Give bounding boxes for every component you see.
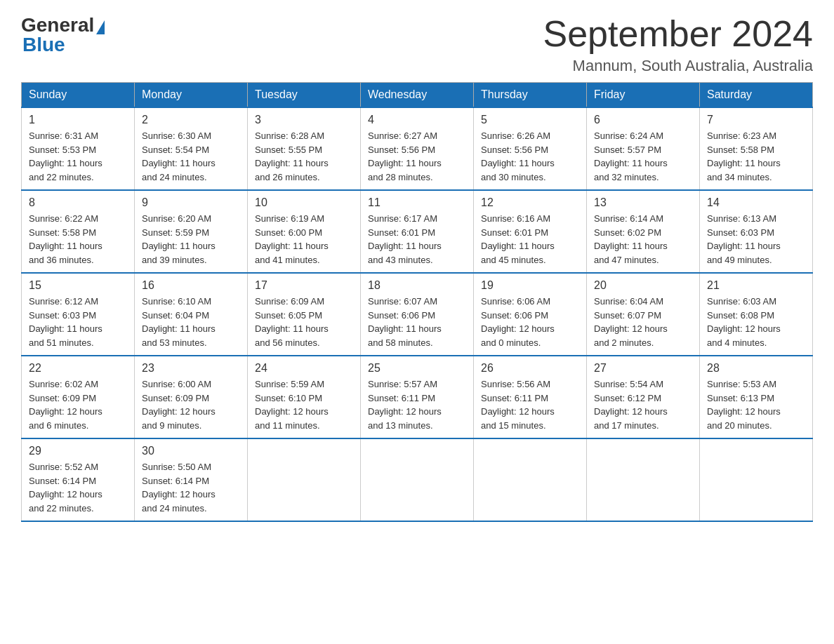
day-number: 30	[142, 445, 240, 457]
calendar-cell: 14Sunrise: 6:13 AM Sunset: 6:03 PM Dayli…	[700, 190, 813, 273]
day-info: Sunrise: 6:03 AM Sunset: 6:08 PM Dayligh…	[707, 295, 805, 349]
day-number: 22	[29, 362, 127, 375]
day-info: Sunrise: 6:13 AM Sunset: 6:03 PM Dayligh…	[707, 212, 805, 267]
day-number: 24	[255, 362, 353, 375]
calendar-cell: 15Sunrise: 6:12 AM Sunset: 6:03 PM Dayli…	[22, 273, 135, 356]
logo: General Blue	[21, 14, 105, 56]
title-section: September 2024 Mannum, South Australia, …	[543, 14, 814, 75]
day-info: Sunrise: 5:52 AM Sunset: 6:14 PM Dayligh…	[29, 460, 127, 515]
day-number: 2	[142, 114, 240, 126]
day-number: 3	[255, 114, 353, 126]
calendar-header-friday: Friday	[587, 83, 700, 108]
calendar-cell: 24Sunrise: 5:59 AM Sunset: 6:10 PM Dayli…	[248, 356, 361, 438]
calendar-cell: 6Sunrise: 6:24 AM Sunset: 5:57 PM Daylig…	[587, 107, 700, 190]
calendar-header-wednesday: Wednesday	[361, 83, 474, 108]
day-number: 7	[707, 114, 805, 126]
day-info: Sunrise: 6:00 AM Sunset: 6:09 PM Dayligh…	[142, 377, 240, 432]
calendar-cell: 20Sunrise: 6:04 AM Sunset: 6:07 PM Dayli…	[587, 273, 700, 356]
day-info: Sunrise: 6:16 AM Sunset: 6:01 PM Dayligh…	[481, 212, 579, 267]
calendar-cell	[474, 438, 587, 521]
day-info: Sunrise: 6:02 AM Sunset: 6:09 PM Dayligh…	[29, 377, 127, 432]
day-info: Sunrise: 5:56 AM Sunset: 6:11 PM Dayligh…	[481, 377, 579, 432]
day-info: Sunrise: 6:07 AM Sunset: 6:06 PM Dayligh…	[368, 295, 466, 349]
calendar-cell: 26Sunrise: 5:56 AM Sunset: 6:11 PM Dayli…	[474, 356, 587, 438]
calendar-cell: 30Sunrise: 5:50 AM Sunset: 6:14 PM Dayli…	[135, 438, 248, 521]
calendar-week-row-5: 29Sunrise: 5:52 AM Sunset: 6:14 PM Dayli…	[22, 438, 813, 521]
calendar-cell: 1Sunrise: 6:31 AM Sunset: 5:53 PM Daylig…	[22, 107, 135, 190]
calendar-cell: 19Sunrise: 6:06 AM Sunset: 6:06 PM Dayli…	[474, 273, 587, 356]
calendar-week-row-1: 1Sunrise: 6:31 AM Sunset: 5:53 PM Daylig…	[22, 107, 813, 190]
day-number: 11	[368, 196, 466, 209]
calendar-cell: 21Sunrise: 6:03 AM Sunset: 6:08 PM Dayli…	[700, 273, 813, 356]
day-number: 18	[368, 279, 466, 292]
day-info: Sunrise: 6:06 AM Sunset: 6:06 PM Dayligh…	[481, 295, 579, 349]
calendar-cell: 5Sunrise: 6:26 AM Sunset: 5:56 PM Daylig…	[474, 107, 587, 190]
logo-triangle-icon	[96, 20, 105, 34]
calendar-header-tuesday: Tuesday	[248, 83, 361, 108]
day-info: Sunrise: 6:09 AM Sunset: 6:05 PM Dayligh…	[255, 295, 353, 349]
calendar-header-saturday: Saturday	[700, 83, 813, 108]
day-info: Sunrise: 6:19 AM Sunset: 6:00 PM Dayligh…	[255, 212, 353, 267]
calendar-cell: 22Sunrise: 6:02 AM Sunset: 6:09 PM Dayli…	[22, 356, 135, 438]
day-info: Sunrise: 6:12 AM Sunset: 6:03 PM Dayligh…	[29, 295, 127, 349]
day-number: 14	[707, 196, 805, 209]
calendar-header-thursday: Thursday	[474, 83, 587, 108]
day-info: Sunrise: 6:27 AM Sunset: 5:56 PM Dayligh…	[368, 129, 466, 184]
day-info: Sunrise: 5:50 AM Sunset: 6:14 PM Dayligh…	[142, 460, 240, 515]
calendar-week-row-2: 8Sunrise: 6:22 AM Sunset: 5:58 PM Daylig…	[22, 190, 813, 273]
day-info: Sunrise: 5:57 AM Sunset: 6:11 PM Dayligh…	[368, 377, 466, 432]
day-number: 25	[368, 362, 466, 375]
day-info: Sunrise: 6:20 AM Sunset: 5:59 PM Dayligh…	[142, 212, 240, 267]
day-number: 29	[29, 445, 127, 457]
day-number: 20	[594, 279, 692, 292]
calendar-cell	[248, 438, 361, 521]
day-number: 21	[707, 279, 805, 292]
calendar-cell: 23Sunrise: 6:00 AM Sunset: 6:09 PM Dayli…	[135, 356, 248, 438]
calendar-header-monday: Monday	[135, 83, 248, 108]
day-number: 17	[255, 279, 353, 292]
day-number: 13	[594, 196, 692, 209]
month-title: September 2024	[543, 14, 814, 54]
day-info: Sunrise: 6:14 AM Sunset: 6:02 PM Dayligh…	[594, 212, 692, 267]
calendar-cell: 12Sunrise: 6:16 AM Sunset: 6:01 PM Dayli…	[474, 190, 587, 273]
calendar-cell: 2Sunrise: 6:30 AM Sunset: 5:54 PM Daylig…	[135, 107, 248, 190]
calendar-week-row-3: 15Sunrise: 6:12 AM Sunset: 6:03 PM Dayli…	[22, 273, 813, 356]
day-number: 6	[594, 114, 692, 126]
calendar-cell: 10Sunrise: 6:19 AM Sunset: 6:00 PM Dayli…	[248, 190, 361, 273]
day-info: Sunrise: 6:17 AM Sunset: 6:01 PM Dayligh…	[368, 212, 466, 267]
calendar-cell: 27Sunrise: 5:54 AM Sunset: 6:12 PM Dayli…	[587, 356, 700, 438]
day-number: 26	[481, 362, 579, 375]
day-number: 5	[481, 114, 579, 126]
day-number: 8	[29, 196, 127, 209]
day-info: Sunrise: 5:54 AM Sunset: 6:12 PM Dayligh…	[594, 377, 692, 432]
day-info: Sunrise: 5:59 AM Sunset: 6:10 PM Dayligh…	[255, 377, 353, 432]
calendar-cell: 3Sunrise: 6:28 AM Sunset: 5:55 PM Daylig…	[248, 107, 361, 190]
calendar-cell: 13Sunrise: 6:14 AM Sunset: 6:02 PM Dayli…	[587, 190, 700, 273]
day-info: Sunrise: 6:04 AM Sunset: 6:07 PM Dayligh…	[594, 295, 692, 349]
location: Mannum, South Australia, Australia	[543, 57, 814, 75]
day-number: 1	[29, 114, 127, 126]
calendar-cell: 29Sunrise: 5:52 AM Sunset: 6:14 PM Dayli…	[22, 438, 135, 521]
calendar-cell: 7Sunrise: 6:23 AM Sunset: 5:58 PM Daylig…	[700, 107, 813, 190]
day-info: Sunrise: 5:53 AM Sunset: 6:13 PM Dayligh…	[707, 377, 805, 432]
page-header: General Blue September 2024 Mannum, Sout…	[21, 14, 813, 75]
day-number: 28	[707, 362, 805, 375]
calendar-cell	[700, 438, 813, 521]
day-number: 19	[481, 279, 579, 292]
day-number: 12	[481, 196, 579, 209]
day-number: 10	[255, 196, 353, 209]
calendar-header-row: SundayMondayTuesdayWednesdayThursdayFrid…	[22, 83, 813, 108]
calendar-cell: 4Sunrise: 6:27 AM Sunset: 5:56 PM Daylig…	[361, 107, 474, 190]
day-number: 27	[594, 362, 692, 375]
calendar-cell: 28Sunrise: 5:53 AM Sunset: 6:13 PM Dayli…	[700, 356, 813, 438]
calendar-table: SundayMondayTuesdayWednesdayThursdayFrid…	[21, 82, 813, 522]
calendar-cell: 8Sunrise: 6:22 AM Sunset: 5:58 PM Daylig…	[22, 190, 135, 273]
calendar-cell: 16Sunrise: 6:10 AM Sunset: 6:04 PM Dayli…	[135, 273, 248, 356]
day-number: 9	[142, 196, 240, 209]
logo-blue-text: Blue	[22, 34, 65, 56]
calendar-header-sunday: Sunday	[22, 83, 135, 108]
day-info: Sunrise: 6:31 AM Sunset: 5:53 PM Dayligh…	[29, 129, 127, 184]
calendar-week-row-4: 22Sunrise: 6:02 AM Sunset: 6:09 PM Dayli…	[22, 356, 813, 438]
day-info: Sunrise: 6:10 AM Sunset: 6:04 PM Dayligh…	[142, 295, 240, 349]
day-info: Sunrise: 6:22 AM Sunset: 5:58 PM Dayligh…	[29, 212, 127, 267]
